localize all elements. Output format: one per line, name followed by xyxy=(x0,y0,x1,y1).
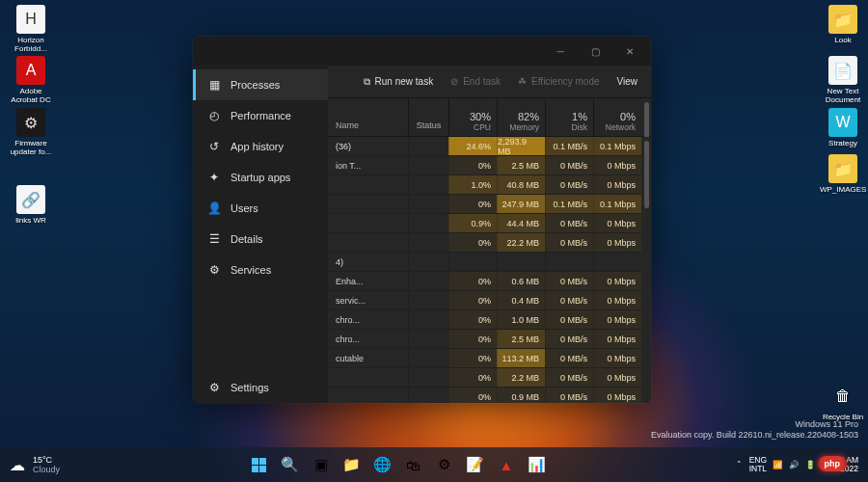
sidebar-item-users[interactable]: 👤Users xyxy=(193,193,328,224)
icon-label: New Text Document xyxy=(820,88,866,105)
cell: 2.5 MB xyxy=(497,156,545,174)
sidebar-item-details[interactable]: ☰Details xyxy=(193,224,328,254)
table-row[interactable]: cutable0%113.2 MB0 MB/s0 Mbps xyxy=(328,349,641,368)
process-name: 4) xyxy=(328,253,408,271)
icon-label: Look xyxy=(820,37,866,45)
table-row[interactable]: 0%247.9 MB0.1 MB/s0.1 Mbps xyxy=(328,195,641,214)
view-button[interactable]: View xyxy=(610,71,646,92)
details-icon: ☰ xyxy=(207,232,221,246)
battery-icon[interactable]: 🔋 xyxy=(805,460,816,469)
table-row[interactable]: ion T...0%2.5 MB0 MB/s0 Mbps xyxy=(328,156,641,175)
acrobat-app[interactable]: ▲ xyxy=(493,451,520,478)
table-row[interactable]: 0.9%44.4 MB0 MB/s0 Mbps xyxy=(328,214,641,233)
sidebar-item-settings[interactable]: ⚙ Settings xyxy=(193,372,328,403)
wifi-icon[interactable]: 📶 xyxy=(773,460,783,469)
cell: 0.6 MB xyxy=(497,272,545,290)
icon-label: Firmware updater fo... xyxy=(8,140,54,157)
table-row[interactable]: chro...0%1.0 MB0 MB/s0 Mbps xyxy=(328,310,641,330)
desktop: HHorizon Forbidd...AAdobe Acrobat DC⚙Fir… xyxy=(0,0,868,482)
sidebar-item-label: Details xyxy=(231,233,263,245)
notepad-app[interactable]: 📝 xyxy=(462,451,489,478)
sidebar-item-label: Performance xyxy=(231,110,291,121)
desktop-icon-horizon[interactable]: HHorizon Forbidd... xyxy=(8,5,54,54)
settings-app[interactable]: ⚙ xyxy=(431,451,458,478)
desktop-icon-firmware[interactable]: ⚙Firmware updater fo... xyxy=(8,108,54,157)
icon-label: Adobe Acrobat DC xyxy=(8,88,54,105)
table-row[interactable]: 1.0%40.8 MB0 MB/s0 Mbps xyxy=(328,175,641,195)
store-app[interactable]: 🛍 xyxy=(400,451,427,478)
weather-icon: ☁ xyxy=(10,456,25,474)
services-icon: ⚙ xyxy=(207,263,221,277)
process-name: ion T... xyxy=(328,156,408,174)
titlebar[interactable]: ─ ▢ ✕ xyxy=(193,37,651,66)
scrollbar[interactable] xyxy=(641,137,651,403)
desktop-icon-newtxt[interactable]: 📄New Text Document xyxy=(820,56,866,105)
start-button[interactable] xyxy=(246,451,273,478)
status-cell xyxy=(408,330,448,348)
chevron-up-icon[interactable]: ˄ xyxy=(737,460,742,469)
cell: 0 MB/s xyxy=(545,175,593,194)
sidebar-item-startup[interactable]: ✦Startup apps xyxy=(193,162,328,193)
recycle-icon: 🗑 xyxy=(828,382,857,411)
performance-icon: ◴ xyxy=(207,109,221,122)
sidebar-item-services[interactable]: ⚙Services xyxy=(193,254,328,285)
cell: 0% xyxy=(448,233,497,252)
weather-widget[interactable]: ☁ 15°C Cloudy xyxy=(0,455,60,474)
volume-icon[interactable]: 🔊 xyxy=(789,460,800,469)
gear-icon: ⚙ xyxy=(207,381,221,394)
cell: 0.9% xyxy=(448,214,497,232)
table-row[interactable]: 0%0.9 MB0 MB/s0 Mbps xyxy=(328,388,641,403)
sidebar: ☰ ▦Processes◴Performance↺App history✦Sta… xyxy=(193,66,328,403)
cell: 0% xyxy=(448,349,497,367)
acrobat-icon: A xyxy=(16,56,45,85)
desktop-icon-strategy[interactable]: WStrategy xyxy=(820,108,866,148)
close-button[interactable]: ✕ xyxy=(612,38,647,65)
users-icon: 👤 xyxy=(207,201,221,215)
history-icon: ↺ xyxy=(207,140,221,153)
col-cpu[interactable]: 30% CPU xyxy=(448,98,497,136)
cell: 0.9 MB xyxy=(497,388,545,403)
sidebar-item-history[interactable]: ↺App history xyxy=(193,131,328,162)
col-name[interactable]: Name xyxy=(328,98,408,136)
php-badge: php xyxy=(818,456,848,471)
search-button[interactable]: 🔍 xyxy=(277,451,304,478)
edge-app[interactable]: 🌐 xyxy=(369,451,396,478)
cell xyxy=(448,253,497,271)
sidebar-item-performance[interactable]: ◴Performance xyxy=(193,100,328,131)
table-row[interactable]: chro...0%2.5 MB0 MB/s0 Mbps xyxy=(328,330,641,349)
taskview-button[interactable]: ▣ xyxy=(308,451,335,478)
col-memory[interactable]: 82% Memory xyxy=(497,98,545,136)
taskmanager-app[interactable]: 📊 xyxy=(524,451,551,478)
efficiency-mode-button: ☘ Efficiency mode xyxy=(510,71,607,92)
table-row[interactable]: (36)24.6%2,293.9 MB0.1 MB/s0.1 Mbps xyxy=(328,137,641,156)
table-row[interactable]: 4) xyxy=(328,253,641,272)
cell xyxy=(497,253,545,271)
sidebar-item-label: App history xyxy=(231,141,284,152)
main-panel: ⧉ Run new task ⊘ End task ☘ Efficiency m… xyxy=(328,66,651,403)
table-row[interactable]: Enha...0%0.6 MB0 MB/s0 Mbps xyxy=(328,272,641,291)
table-row[interactable]: 0%22.2 MB0 MB/s0 Mbps xyxy=(328,233,641,253)
minimize-button[interactable]: ─ xyxy=(543,38,578,65)
run-new-task-button[interactable]: ⧉ Run new task xyxy=(356,71,442,93)
desktop-icon-recycle[interactable]: 🗑Recycle Bin xyxy=(820,382,866,422)
table-row[interactable]: 0%2.2 MB0 MB/s0 Mbps xyxy=(328,368,641,388)
desktop-icon-wpimages[interactable]: 📁WP_IMAGES xyxy=(820,154,866,195)
sidebar-item-processes[interactable]: ▦Processes xyxy=(193,69,328,100)
status-cell xyxy=(408,291,448,309)
col-status[interactable]: Status xyxy=(408,98,448,136)
startup-icon: ✦ xyxy=(207,171,221,184)
hamburger-icon[interactable]: ☰ xyxy=(193,66,328,67)
desktop-icon-links[interactable]: 🔗links WR xyxy=(8,185,54,226)
process-name: (36) xyxy=(328,137,408,155)
col-network[interactable]: 0% Network xyxy=(593,98,641,136)
cell: 0 MB/s xyxy=(545,233,593,252)
stop-icon: ⊘ xyxy=(450,76,458,87)
scrollbar[interactable] xyxy=(641,98,651,136)
col-disk[interactable]: 1% Disk xyxy=(545,98,593,136)
desktop-icon-look[interactable]: 📁Look xyxy=(820,5,866,45)
explorer-app[interactable]: 📁 xyxy=(339,451,366,478)
table-row[interactable]: servic...0%0.4 MB0 MB/s0 Mbps xyxy=(328,291,641,310)
cell: 0 MB/s xyxy=(545,156,593,174)
maximize-button[interactable]: ▢ xyxy=(578,38,612,65)
desktop-icon-acrobat[interactable]: AAdobe Acrobat DC xyxy=(8,56,54,105)
